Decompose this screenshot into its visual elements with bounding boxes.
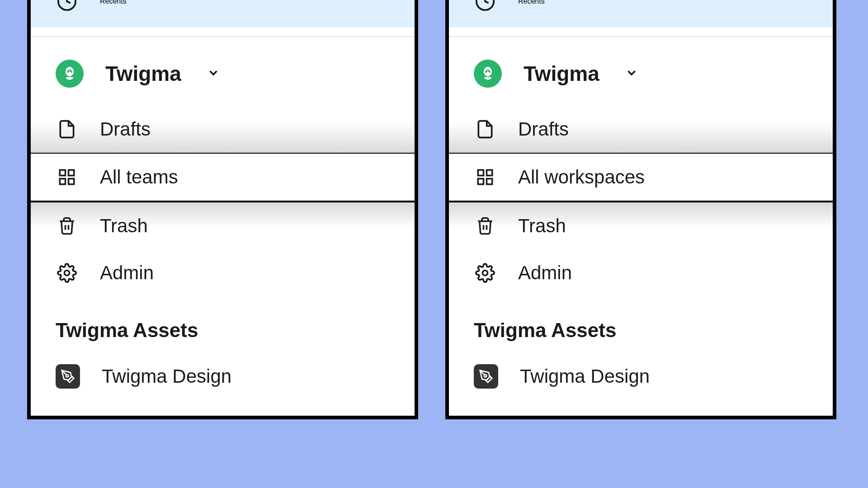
asset-item-twigma-design[interactable]: Twigma Design	[31, 355, 415, 416]
gear-icon	[56, 263, 78, 283]
org-switcher[interactable]: Twigma	[31, 37, 415, 106]
assets-section-header: Twigma Assets	[31, 296, 415, 355]
sidebar-item-label: Drafts	[100, 118, 151, 140]
sidebar-item-recents[interactable]: Recents	[31, 0, 415, 27]
svg-rect-1	[60, 170, 65, 175]
trash-icon	[474, 216, 496, 235]
org-avatar	[56, 60, 84, 88]
sidebar-panel-right: Recents Twigma Drafts All workspaces Tra…	[445, 0, 836, 419]
sidebar-item-all-workspaces[interactable]: All workspaces	[449, 154, 833, 202]
chevron-down-icon	[625, 66, 638, 81]
asset-item-label: Twigma Design	[102, 366, 231, 387]
org-switcher[interactable]: Twigma	[449, 37, 833, 106]
asset-item-label: Twigma Design	[520, 366, 650, 387]
sidebar-item-label: All teams	[100, 166, 178, 188]
clock-icon	[474, 0, 496, 12]
org-avatar	[474, 60, 502, 88]
sidebar-item-drafts[interactable]: Drafts	[449, 106, 833, 154]
clock-icon	[56, 0, 78, 12]
assets-section-header: Twigma Assets	[449, 296, 833, 355]
chevron-down-icon	[207, 66, 220, 81]
sidebar-item-trash[interactable]: Trash	[449, 202, 833, 249]
svg-rect-11	[487, 170, 492, 175]
grid-icon	[56, 168, 78, 187]
sidebar-item-drafts[interactable]: Drafts	[31, 106, 415, 154]
pen-icon	[56, 364, 80, 389]
recents-label: Recents	[100, 0, 127, 5]
sidebar-item-label: Admin	[100, 262, 154, 284]
sidebar-item-admin[interactable]: Admin	[31, 249, 415, 296]
file-icon	[56, 119, 78, 139]
svg-rect-2	[69, 170, 74, 175]
asset-item-twigma-design[interactable]: Twigma Design	[449, 355, 833, 416]
svg-point-16	[483, 271, 488, 276]
sidebar-item-trash[interactable]: Trash	[31, 202, 415, 249]
sidebar-item-all-teams[interactable]: All teams	[31, 154, 415, 202]
svg-rect-13	[487, 179, 492, 184]
file-icon	[474, 119, 496, 139]
svg-point-8	[66, 375, 68, 377]
org-name: Twigma	[105, 61, 181, 86]
svg-point-17	[484, 375, 486, 377]
sidebar-item-label: Trash	[518, 215, 566, 237]
sidebar-item-label: Drafts	[518, 118, 569, 140]
gear-icon	[474, 263, 496, 283]
org-name: Twigma	[524, 61, 599, 86]
sidebar-item-recents[interactable]: Recents	[449, 0, 833, 27]
sidebar-panel-left: Recents Twigma Drafts All teams Trash Ad	[27, 0, 418, 419]
recents-label: Recents	[518, 0, 545, 5]
sidebar-item-label: All workspaces	[518, 166, 645, 188]
svg-rect-12	[478, 179, 483, 184]
pen-icon	[474, 364, 498, 389]
svg-rect-4	[69, 179, 74, 184]
sidebar-item-label: Trash	[100, 215, 148, 237]
trash-icon	[56, 216, 78, 235]
svg-rect-10	[478, 170, 483, 175]
sidebar-item-admin[interactable]: Admin	[449, 249, 833, 296]
svg-point-7	[65, 271, 70, 276]
sidebar-item-label: Admin	[518, 262, 572, 284]
svg-rect-3	[60, 179, 65, 184]
grid-icon	[474, 168, 496, 187]
